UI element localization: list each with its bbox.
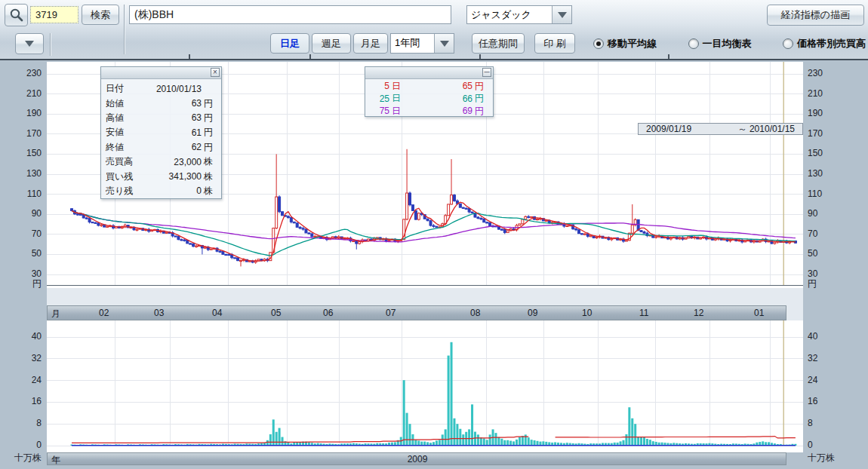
print-button[interactable]: 印 刷 bbox=[534, 33, 575, 54]
margin-buy-line bbox=[556, 437, 796, 438]
quote-row: 終値62円 bbox=[101, 140, 221, 155]
date-range-box: 2009/01/19 ～ 2010/01/15 bbox=[638, 123, 803, 135]
month-tick-label: 05 bbox=[271, 308, 281, 318]
quote-info-box[interactable]: × 日付2010/01/13始値63円高値63円安値61円終値62円売買高23,… bbox=[100, 66, 222, 199]
volume-axis-tick: 8 bbox=[808, 418, 860, 428]
volume-axis-tick: 40 bbox=[808, 332, 860, 342]
radio-label: 一目均衡表 bbox=[703, 37, 752, 51]
volume-chart[interactable] bbox=[47, 320, 803, 452]
price-axis-tick: 210 bbox=[0, 89, 42, 99]
ma-legend-row: 25日66円 bbox=[365, 93, 493, 106]
volume-axis-tick: 32 bbox=[0, 354, 42, 363]
volume-axis-tick: 0 bbox=[0, 440, 42, 450]
month-axis-label: 月 bbox=[51, 308, 60, 320]
custom-period-button[interactable]: 任意期間 bbox=[472, 33, 525, 54]
ma-legend-titlebar[interactable]: ─ bbox=[365, 67, 493, 79]
month-tick-label: 06 bbox=[323, 308, 333, 318]
month-tick-label: 12 bbox=[694, 308, 703, 318]
tab-weekly[interactable]: 週足 bbox=[312, 33, 351, 54]
toolbar-border-tick bbox=[668, 54, 669, 59]
price-axis-tick: 170 bbox=[0, 129, 42, 139]
price-axis-tick: 110 bbox=[808, 189, 860, 199]
volume-axis-unit: 十万株 bbox=[0, 453, 42, 463]
volume-grid bbox=[47, 320, 803, 446]
quote-row: 日付2010/01/13 bbox=[101, 81, 221, 96]
tab-monthly[interactable]: 月足 bbox=[353, 33, 388, 54]
stock-code-input[interactable] bbox=[30, 6, 78, 23]
radio-ichimoku[interactable]: 一目均衡表 bbox=[688, 37, 752, 51]
year-axis: 年 2009 bbox=[47, 452, 786, 465]
price-axis-tick: 50 bbox=[808, 249, 860, 259]
quote-info-titlebar[interactable]: × bbox=[101, 67, 221, 79]
month-tick-label: 04 bbox=[212, 308, 222, 318]
price-axis-tick: 150 bbox=[0, 149, 42, 158]
economic-indicator-button[interactable]: 経済指標の描画 bbox=[767, 5, 864, 26]
volume-axis-tick: 0 bbox=[808, 440, 860, 450]
price-axis-tick: 70 bbox=[0, 229, 42, 239]
market-select[interactable]: ジャスダック bbox=[466, 5, 572, 24]
price-axis-tick: 90 bbox=[0, 209, 42, 219]
month-tick-label: 09 bbox=[528, 308, 537, 318]
search-icon-button[interactable] bbox=[5, 4, 28, 26]
month-tick-label: 10 bbox=[582, 308, 592, 318]
quote-row: 始値63円 bbox=[101, 96, 221, 110]
stock-name-field[interactable] bbox=[129, 5, 451, 24]
price-axis-unit: 円 bbox=[808, 279, 860, 289]
toolbar-separator bbox=[50, 33, 51, 56]
volume-axis-tick: 24 bbox=[0, 376, 42, 385]
quote-row: 高値63円 bbox=[101, 111, 221, 125]
period-select-arrow-button[interactable] bbox=[434, 34, 454, 53]
volume-axis-tick: 8 bbox=[0, 418, 42, 428]
price-axis-tick: 110 bbox=[0, 189, 42, 199]
ma25-line bbox=[72, 210, 796, 255]
volume-axis-tick: 16 bbox=[0, 397, 42, 406]
month-tick-label: 08 bbox=[470, 308, 480, 318]
radio-moving-average[interactable]: 移動平均線 bbox=[593, 37, 657, 51]
radio-volume-by-price[interactable]: 価格帯別売買高 bbox=[783, 37, 866, 51]
period-select-value: 1年間 bbox=[391, 34, 434, 53]
radio-label: 価格帯別売買高 bbox=[797, 37, 866, 51]
month-tick-label: 01 bbox=[754, 308, 764, 318]
overlay-radio-group: 移動平均線 一目均衡表 価格帯別売買高 bbox=[593, 35, 866, 52]
volume-chart-svg bbox=[47, 320, 803, 452]
ma5-line bbox=[72, 202, 796, 261]
price-axis-tick: 130 bbox=[808, 169, 860, 179]
chart-region: 月 020304050607080910111201 年 2009 2009/0… bbox=[0, 60, 868, 469]
price-axis-tick: 50 bbox=[0, 249, 42, 259]
close-icon[interactable]: × bbox=[211, 68, 220, 77]
period-select[interactable]: 1年間 bbox=[390, 33, 454, 54]
volume-axis-unit: 十万株 bbox=[808, 453, 860, 463]
price-axis-tick: 190 bbox=[0, 109, 42, 118]
radio-selected-icon bbox=[593, 38, 604, 49]
volume-axis-tick: 16 bbox=[808, 397, 860, 406]
volume-axis-tick: 24 bbox=[808, 376, 860, 385]
panel-dropdown-button[interactable] bbox=[15, 33, 44, 54]
quote-row: 買い残341,300株 bbox=[101, 169, 221, 183]
radio-label: 移動平均線 bbox=[608, 37, 657, 51]
month-tick-label: 11 bbox=[639, 308, 648, 318]
quote-row: 売り残0株 bbox=[101, 184, 221, 198]
quote-row: 売買高23,000株 bbox=[101, 155, 221, 169]
price-axis-tick: 210 bbox=[808, 89, 860, 99]
price-axis-tick: 170 bbox=[808, 129, 860, 139]
year-value: 2009 bbox=[48, 454, 787, 464]
search-button[interactable]: 検索 bbox=[82, 5, 119, 25]
toolbar-separator bbox=[124, 5, 125, 54]
date-range-end: 2010/01/15 bbox=[749, 124, 795, 134]
magnifier-icon bbox=[9, 8, 24, 23]
price-axis-unit: 円 bbox=[0, 279, 42, 289]
price-axis-tick: 230 bbox=[0, 69, 42, 78]
price-axis-tick: 190 bbox=[808, 109, 860, 118]
price-axis-tick: 230 bbox=[808, 69, 860, 78]
ma-legend-box[interactable]: ─ 5日65円25日66円75日69円 bbox=[365, 66, 494, 117]
ma-legend-row: 75日69円 bbox=[365, 105, 493, 118]
chevron-down-icon bbox=[440, 41, 449, 47]
toolbar: 検索 ジャスダック 経済指標の描画 日足 週足 月足 1年間 任意期間 印 刷 … bbox=[0, 0, 868, 60]
minimize-icon[interactable]: ─ bbox=[482, 68, 491, 77]
toolbar-border-tick bbox=[189, 54, 190, 59]
quote-row: 安値61円 bbox=[101, 125, 221, 139]
volume-axis-tick: 40 bbox=[0, 332, 42, 342]
date-range-start: 2009/01/19 bbox=[646, 124, 691, 134]
tab-daily[interactable]: 日足 bbox=[270, 33, 309, 54]
market-select-arrow-button[interactable] bbox=[552, 6, 571, 23]
